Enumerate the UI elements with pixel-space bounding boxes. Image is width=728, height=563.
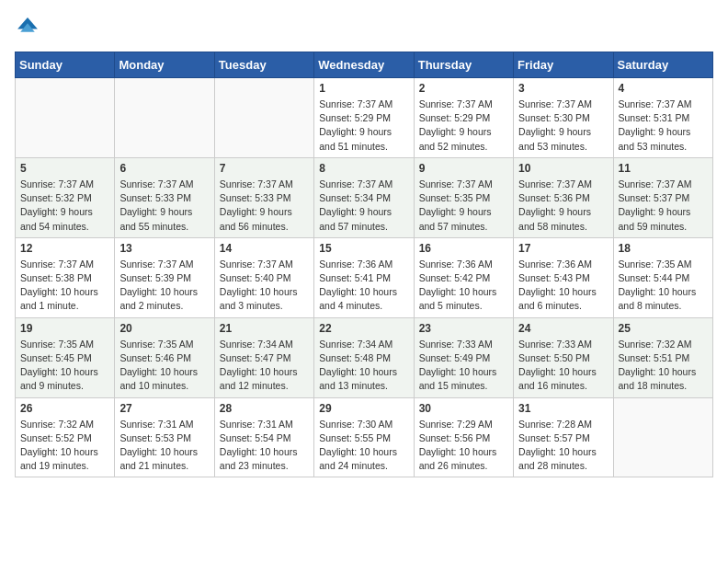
calendar-cell: 13Sunrise: 7:37 AMSunset: 5:39 PMDayligh… [115,237,214,317]
calendar-cell: 29Sunrise: 7:30 AMSunset: 5:55 PMDayligh… [314,397,414,477]
day-number: 8 [319,162,408,175]
week-row-1: 1Sunrise: 7:37 AMSunset: 5:29 PMDaylight… [16,78,713,158]
calendar-cell: 21Sunrise: 7:34 AMSunset: 5:47 PMDayligh… [214,317,313,397]
day-info: Sunrise: 7:37 AMSunset: 5:29 PMDaylight:… [419,98,508,154]
weekday-header-saturday: Saturday [613,52,712,78]
day-info: Sunrise: 7:37 AMSunset: 5:38 PMDaylight:… [20,258,109,314]
day-number: 22 [319,322,408,335]
day-info: Sunrise: 7:36 AMSunset: 5:43 PMDaylight:… [518,258,608,314]
logo-icon [15,15,40,40]
calendar-cell: 27Sunrise: 7:31 AMSunset: 5:53 PMDayligh… [115,397,214,477]
day-number: 26 [20,402,109,415]
day-info: Sunrise: 7:37 AMSunset: 5:33 PMDaylight:… [220,178,309,234]
day-info: Sunrise: 7:34 AMSunset: 5:48 PMDaylight:… [319,338,408,394]
weekday-header-thursday: Thursday [414,52,513,78]
calendar-cell: 23Sunrise: 7:33 AMSunset: 5:49 PMDayligh… [414,317,513,397]
day-number: 24 [518,322,608,335]
page-header [15,15,713,40]
weekday-header-wednesday: Wednesday [314,52,414,78]
day-number: 14 [220,242,309,255]
day-number: 5 [20,162,109,175]
calendar-cell: 31Sunrise: 7:28 AMSunset: 5:57 PMDayligh… [514,397,613,477]
calendar-cell [16,78,115,158]
weekday-header-friday: Friday [514,52,613,78]
weekday-header-row: SundayMondayTuesdayWednesdayThursdayFrid… [16,52,713,78]
calendar-cell: 28Sunrise: 7:31 AMSunset: 5:54 PMDayligh… [214,397,313,477]
calendar-cell: 8Sunrise: 7:37 AMSunset: 5:34 PMDaylight… [314,157,414,237]
day-number: 28 [220,402,309,415]
calendar-cell: 30Sunrise: 7:29 AMSunset: 5:56 PMDayligh… [414,397,513,477]
day-number: 21 [220,322,309,335]
day-number: 6 [119,162,209,175]
day-info: Sunrise: 7:28 AMSunset: 5:57 PMDaylight:… [518,418,608,474]
day-info: Sunrise: 7:37 AMSunset: 5:39 PMDaylight:… [119,258,209,314]
calendar-cell: 2Sunrise: 7:37 AMSunset: 5:29 PMDaylight… [414,78,513,158]
weekday-header-sunday: Sunday [16,52,115,78]
calendar-cell: 24Sunrise: 7:33 AMSunset: 5:50 PMDayligh… [514,317,613,397]
day-info: Sunrise: 7:37 AMSunset: 5:33 PMDaylight:… [119,178,209,234]
day-info: Sunrise: 7:35 AMSunset: 5:46 PMDaylight:… [119,338,209,394]
day-info: Sunrise: 7:36 AMSunset: 5:42 PMDaylight:… [419,258,508,314]
day-number: 29 [319,402,408,415]
weekday-header-monday: Monday [115,52,214,78]
day-info: Sunrise: 7:37 AMSunset: 5:30 PMDaylight:… [518,98,608,154]
calendar-cell: 19Sunrise: 7:35 AMSunset: 5:45 PMDayligh… [16,317,115,397]
calendar-cell [115,78,214,158]
calendar-cell: 12Sunrise: 7:37 AMSunset: 5:38 PMDayligh… [16,237,115,317]
calendar-cell [613,397,712,477]
calendar-cell: 4Sunrise: 7:37 AMSunset: 5:31 PMDaylight… [613,78,712,158]
calendar-cell: 25Sunrise: 7:32 AMSunset: 5:51 PMDayligh… [613,317,712,397]
calendar-cell: 10Sunrise: 7:37 AMSunset: 5:36 PMDayligh… [514,157,613,237]
calendar-cell: 3Sunrise: 7:37 AMSunset: 5:30 PMDaylight… [514,78,613,158]
calendar-table: SundayMondayTuesdayWednesdayThursdayFrid… [15,52,713,477]
calendar-cell: 18Sunrise: 7:35 AMSunset: 5:44 PMDayligh… [613,237,712,317]
day-info: Sunrise: 7:30 AMSunset: 5:55 PMDaylight:… [319,418,408,474]
day-info: Sunrise: 7:37 AMSunset: 5:31 PMDaylight:… [619,98,708,154]
day-info: Sunrise: 7:37 AMSunset: 5:35 PMDaylight:… [419,178,508,234]
calendar-cell: 17Sunrise: 7:36 AMSunset: 5:43 PMDayligh… [514,237,613,317]
day-info: Sunrise: 7:32 AMSunset: 5:51 PMDaylight:… [619,338,708,394]
day-info: Sunrise: 7:37 AMSunset: 5:32 PMDaylight:… [20,178,109,234]
week-row-4: 19Sunrise: 7:35 AMSunset: 5:45 PMDayligh… [16,317,713,397]
day-info: Sunrise: 7:36 AMSunset: 5:41 PMDaylight:… [319,258,408,314]
day-number: 31 [518,402,608,415]
week-row-5: 26Sunrise: 7:32 AMSunset: 5:52 PMDayligh… [16,397,713,477]
calendar-cell: 11Sunrise: 7:37 AMSunset: 5:37 PMDayligh… [613,157,712,237]
week-row-3: 12Sunrise: 7:37 AMSunset: 5:38 PMDayligh… [16,237,713,317]
day-info: Sunrise: 7:37 AMSunset: 5:37 PMDaylight:… [619,178,708,234]
calendar-cell: 9Sunrise: 7:37 AMSunset: 5:35 PMDaylight… [414,157,513,237]
day-info: Sunrise: 7:33 AMSunset: 5:49 PMDaylight:… [419,338,508,394]
calendar-cell [214,78,313,158]
day-info: Sunrise: 7:35 AMSunset: 5:45 PMDaylight:… [20,338,109,394]
day-number: 1 [319,82,408,95]
calendar-cell: 26Sunrise: 7:32 AMSunset: 5:52 PMDayligh… [16,397,115,477]
day-number: 13 [119,242,209,255]
day-info: Sunrise: 7:37 AMSunset: 5:29 PMDaylight:… [319,98,408,154]
day-info: Sunrise: 7:33 AMSunset: 5:50 PMDaylight:… [518,338,608,394]
day-info: Sunrise: 7:35 AMSunset: 5:44 PMDaylight:… [619,258,708,314]
day-info: Sunrise: 7:31 AMSunset: 5:53 PMDaylight:… [119,418,209,474]
day-number: 17 [518,242,608,255]
day-number: 23 [419,322,508,335]
day-number: 19 [20,322,109,335]
day-number: 25 [619,322,708,335]
day-number: 7 [220,162,309,175]
weekday-header-tuesday: Tuesday [214,52,313,78]
calendar-cell: 16Sunrise: 7:36 AMSunset: 5:42 PMDayligh… [414,237,513,317]
day-number: 20 [119,322,209,335]
calendar-cell: 20Sunrise: 7:35 AMSunset: 5:46 PMDayligh… [115,317,214,397]
calendar-cell: 15Sunrise: 7:36 AMSunset: 5:41 PMDayligh… [314,237,414,317]
day-info: Sunrise: 7:32 AMSunset: 5:52 PMDaylight:… [20,418,109,474]
day-info: Sunrise: 7:31 AMSunset: 5:54 PMDaylight:… [220,418,309,474]
day-number: 4 [619,82,708,95]
day-info: Sunrise: 7:37 AMSunset: 5:36 PMDaylight:… [518,178,608,234]
day-number: 30 [419,402,508,415]
day-info: Sunrise: 7:37 AMSunset: 5:34 PMDaylight:… [319,178,408,234]
day-number: 10 [518,162,608,175]
calendar-cell: 5Sunrise: 7:37 AMSunset: 5:32 PMDaylight… [16,157,115,237]
day-number: 16 [419,242,508,255]
day-info: Sunrise: 7:29 AMSunset: 5:56 PMDaylight:… [419,418,508,474]
calendar-cell: 22Sunrise: 7:34 AMSunset: 5:48 PMDayligh… [314,317,414,397]
day-number: 27 [119,402,209,415]
day-number: 2 [419,82,508,95]
